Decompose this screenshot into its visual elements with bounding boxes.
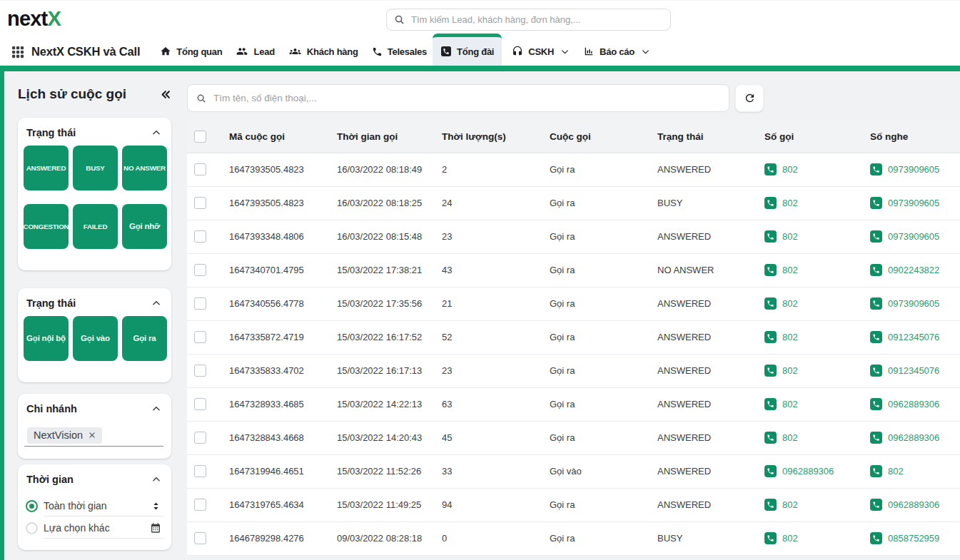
nav-item-label: Lead xyxy=(253,46,274,57)
filter-button-1[interactable]: Gọi vào xyxy=(73,316,118,361)
callee-number[interactable]: 0912345076 xyxy=(888,332,939,342)
phone-square-icon xyxy=(440,46,452,57)
row-checkbox[interactable] xyxy=(194,297,206,310)
table-toolbar xyxy=(187,84,960,112)
callee-number[interactable]: 0912345076 xyxy=(888,365,939,376)
cell-status: ANSWERED xyxy=(657,354,764,387)
phone-icon xyxy=(870,432,882,444)
filter-button-0[interactable]: ANSWERED xyxy=(24,146,69,190)
filter-button-5[interactable]: Gọi nhỡ xyxy=(122,204,167,249)
callee-number[interactable]: 0973909605 xyxy=(888,231,939,242)
filter-button-0[interactable]: Gọi nội bộ xyxy=(24,316,69,361)
cell-call-id: 1647335833.4702 xyxy=(229,354,337,387)
phone-icon xyxy=(870,398,882,410)
phone-icon xyxy=(764,499,777,511)
filter-button-2[interactable]: NO ANSWER xyxy=(122,146,167,190)
caller-number[interactable]: 802 xyxy=(782,265,798,275)
caller-number[interactable]: 802 xyxy=(782,298,798,309)
nav-item-khách-hàng[interactable]: Khách hàng xyxy=(288,37,358,66)
cell-duration: 33 xyxy=(442,454,550,488)
nav-item-tổng-quan[interactable]: Tổng quan xyxy=(160,37,222,66)
radio-checked[interactable] xyxy=(26,500,38,512)
filter-card-2: Chi nhánhNextVision xyxy=(18,394,171,459)
caller-number[interactable]: 802 xyxy=(782,432,798,443)
cell-duration: 45 xyxy=(442,421,550,454)
callee-number[interactable]: 0858752959 xyxy=(888,533,939,544)
cell-duration: 24 xyxy=(442,186,550,220)
nav-item-báo-cáo[interactable]: Báo cáo xyxy=(583,37,650,66)
row-checkbox[interactable] xyxy=(194,264,206,276)
row-checkbox[interactable] xyxy=(194,230,206,243)
caller-number[interactable]: 802 xyxy=(782,198,798,208)
people-icon xyxy=(236,46,248,57)
callee-number[interactable]: 0973909605 xyxy=(888,164,939,175)
filter-button-2[interactable]: Gọi ra xyxy=(122,316,167,361)
callee-number[interactable]: 0962889306 xyxy=(888,432,939,443)
row-checkbox[interactable] xyxy=(194,465,206,477)
search-icon xyxy=(196,93,206,103)
row-checkbox[interactable] xyxy=(194,499,206,511)
caller-number[interactable]: 802 xyxy=(782,164,798,175)
phone-icon xyxy=(764,398,777,410)
phone-icon xyxy=(372,46,383,57)
callee-number[interactable]: 0962889306 xyxy=(888,399,939,409)
nav-item-tổng-đài[interactable]: Tổng đài xyxy=(433,34,502,66)
callee-number[interactable]: 0973909605 xyxy=(888,298,939,309)
caller-number[interactable]: 0962889306 xyxy=(782,466,834,477)
table-row: 1647328843.466815/03/2022 14:20:4345Gọi … xyxy=(187,421,960,454)
filter-button-4[interactable]: FAILED xyxy=(73,204,118,249)
chevron-up-icon[interactable] xyxy=(151,128,161,138)
caller-number[interactable]: 802 xyxy=(782,332,798,342)
phone-icon xyxy=(870,532,882,544)
nav-item-cskh[interactable]: CSKH xyxy=(512,37,570,66)
cell-call-id: 1647328933.4685 xyxy=(229,387,337,421)
row-checkbox[interactable] xyxy=(194,398,206,410)
caller-number[interactable]: 802 xyxy=(782,231,798,242)
row-checkbox[interactable] xyxy=(194,432,206,444)
sort-icon[interactable] xyxy=(151,501,161,511)
filter-button-1[interactable]: BUSY xyxy=(73,146,118,190)
chevron-up-icon[interactable] xyxy=(151,474,161,484)
chevron-up-icon[interactable] xyxy=(151,404,161,414)
caller-number[interactable]: 802 xyxy=(782,399,798,409)
table-row: 1647328933.468515/03/2022 14:22:1363Gọi … xyxy=(187,387,960,421)
row-checkbox[interactable] xyxy=(194,197,206,209)
chevron-up-icon[interactable] xyxy=(151,298,161,308)
filter-button-3[interactable]: CONGESTION xyxy=(24,204,69,249)
phone-icon xyxy=(870,297,882,310)
nav-items: Tổng quanLeadKhách hàngTelesalesTổng đài… xyxy=(160,37,664,66)
phone-icon xyxy=(870,365,882,377)
refresh-button[interactable] xyxy=(735,84,764,112)
callee-number[interactable]: 802 xyxy=(888,466,904,477)
caller-number[interactable]: 802 xyxy=(782,499,798,510)
cell-call-time: 16/03/2022 08:18:25 xyxy=(337,186,442,220)
caller-number[interactable]: 802 xyxy=(782,533,798,544)
filter-card-title: Trạng thái xyxy=(26,127,76,138)
row-checkbox[interactable] xyxy=(194,532,206,544)
caller-number[interactable]: 802 xyxy=(782,365,798,376)
callee-number[interactable]: 0902243822 xyxy=(888,265,939,275)
row-checkbox[interactable] xyxy=(194,331,206,343)
global-search-input[interactable] xyxy=(410,14,663,26)
row-checkbox[interactable] xyxy=(194,365,206,377)
call-history-table: Mã cuộc gọiThời gian gọiThời lượng(s)Cuộ… xyxy=(187,121,960,556)
row-checkbox[interactable] xyxy=(194,163,206,175)
bar-chart-icon xyxy=(583,46,595,57)
callee-number[interactable]: 0962889306 xyxy=(888,499,939,510)
nav-item-lead[interactable]: Lead xyxy=(236,37,274,66)
collapse-sidebar-icon[interactable] xyxy=(158,88,172,101)
select-all-checkbox[interactable] xyxy=(194,131,206,143)
apps-grid-icon[interactable] xyxy=(11,45,24,58)
home-icon xyxy=(160,46,171,57)
cell-call-time: 15/03/2022 14:22:13 xyxy=(337,387,442,421)
nav-item-telesales[interactable]: Telesales xyxy=(372,37,427,66)
table-search-input[interactable] xyxy=(212,92,720,104)
close-icon[interactable] xyxy=(88,431,96,439)
cell-duration: 94 xyxy=(442,488,550,521)
radio-unchecked[interactable] xyxy=(26,522,38,534)
calendar-icon[interactable] xyxy=(150,522,161,534)
brand-logo: nextX xyxy=(7,7,61,31)
callee-number[interactable]: 0973909605 xyxy=(888,198,939,208)
branch-select[interactable]: NextVision xyxy=(24,427,163,447)
time-option-row: Lựa chọn khác xyxy=(26,522,163,539)
